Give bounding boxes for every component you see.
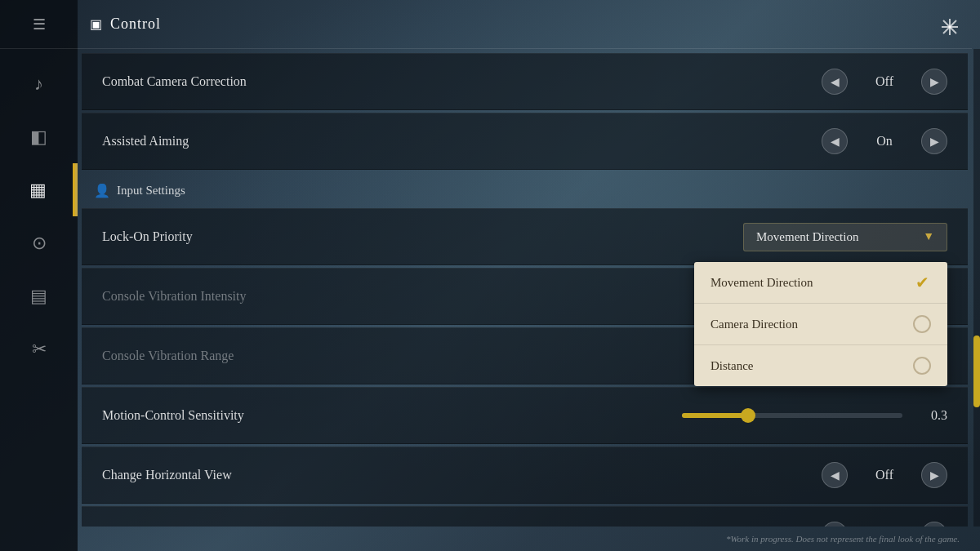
sidebar-item-display[interactable]: ▦ [0, 163, 78, 216]
assisted-aiming-value: On [860, 134, 909, 149]
page-title: Control [110, 16, 161, 33]
settings-list: Combat Camera Correction ◀ Off ▶ Assiste… [78, 49, 972, 527]
check-icon: ✔ [915, 273, 929, 292]
scrollbar-thumb[interactable] [973, 335, 980, 407]
sidebar: ☰ ♪ ◧ ▦ ⊙ ▤ ✂ [0, 0, 78, 551]
dropdown-arrow-icon: ▼ [923, 230, 934, 243]
chat-icon: ▤ [27, 284, 51, 309]
vertical-view-row: Change Vertical View ◀ Off ▶ [82, 506, 968, 527]
motion-control-value: 0.3 [915, 408, 947, 423]
input-settings-icon: 👤 [94, 183, 110, 198]
close-button[interactable] [935, 12, 964, 41]
sidebar-item-tools[interactable]: ✂ [0, 322, 78, 375]
sidebar-item-chat[interactable]: ▤ [0, 269, 78, 322]
footer: *Work in progress. Does not represent th… [78, 527, 972, 551]
dropdown-option-camera[interactable]: Camera Direction [694, 304, 947, 345]
sidebar-item-image[interactable]: ◧ [0, 110, 78, 163]
sidebar-item-music[interactable]: ♪ [0, 57, 78, 110]
sidebar-item-gamepad[interactable]: ⊙ [0, 216, 78, 269]
active-indicator [73, 163, 75, 216]
tools-icon: ✂ [27, 337, 51, 362]
lock-on-priority-row: Lock-On Priority Movement Direction ▼ Mo… [82, 208, 968, 265]
distance-radio [913, 357, 931, 375]
horizontal-view-control: ◀ Off ▶ [822, 462, 947, 488]
combat-camera-label: Combat Camera Correction [102, 74, 822, 89]
vertical-view-prev-btn[interactable]: ◀ [822, 522, 848, 527]
slider-thumb[interactable] [741, 408, 755, 423]
motion-control-slider-container: 0.3 [682, 408, 947, 423]
image-icon: ◧ [27, 125, 51, 149]
distance-option-label: Distance [710, 359, 753, 373]
sidebar-nav: ♪ ◧ ▦ ⊙ ▤ ✂ [0, 57, 78, 375]
footer-note-text: *Work in progress. Does not represent th… [726, 534, 960, 544]
lock-on-priority-value: Movement Direction [756, 230, 858, 244]
dropdown-option-distance[interactable]: Distance [694, 345, 947, 386]
assisted-aiming-label: Assisted Aiming [102, 134, 822, 149]
lock-on-priority-menu: Movement Direction ✔ Camera Direction Di… [694, 262, 947, 386]
close-icon [938, 16, 961, 38]
horizontal-view-prev-btn[interactable]: ◀ [822, 462, 848, 488]
assisted-aiming-row: Assisted Aiming ◀ On ▶ [82, 113, 968, 170]
input-settings-label: Input Settings [117, 184, 185, 198]
sidebar-header: ☰ [0, 0, 78, 49]
dropdown-option-movement[interactable]: Movement Direction ✔ [694, 262, 947, 304]
movement-direction-radio: ✔ [913, 273, 931, 291]
assisted-aiming-control: ◀ On ▶ [822, 128, 947, 154]
combat-camera-next-btn[interactable]: ▶ [921, 69, 947, 95]
music-icon: ♪ [27, 72, 51, 96]
header-icon: ▣ [90, 16, 102, 32]
horizontal-view-row: Change Horizontal View ◀ Off ▶ [82, 447, 968, 504]
gamepad-icon: ⊙ [27, 231, 51, 256]
display-icon: ▦ [25, 178, 50, 202]
motion-control-slider-track[interactable] [682, 413, 902, 418]
motion-control-label: Motion-Control Sensitivity [102, 408, 682, 423]
combat-camera-prev-btn[interactable]: ◀ [822, 69, 848, 95]
lock-on-priority-dropdown[interactable]: Movement Direction ▼ [743, 223, 947, 251]
combat-camera-value: Off [860, 74, 909, 89]
combat-camera-row: Combat Camera Correction ◀ Off ▶ [82, 53, 968, 110]
combat-camera-control: ◀ Off ▶ [822, 69, 947, 95]
horizontal-view-label: Change Horizontal View [102, 468, 822, 482]
scrollbar[interactable] [973, 49, 980, 527]
movement-direction-option-label: Movement Direction [710, 276, 813, 290]
input-settings-header: 👤 Input Settings [82, 174, 968, 207]
motion-control-sensitivity-row: Motion-Control Sensitivity 0.3 [82, 387, 968, 444]
assisted-aiming-prev-btn[interactable]: ◀ [822, 128, 848, 154]
vertical-view-control: ◀ Off ▶ [822, 522, 947, 527]
camera-direction-option-label: Camera Direction [710, 318, 798, 331]
assisted-aiming-next-btn[interactable]: ▶ [921, 128, 947, 154]
horizontal-view-value: Off [860, 468, 909, 482]
camera-direction-radio [913, 315, 931, 333]
horizontal-view-next-btn[interactable]: ▶ [921, 462, 947, 488]
vertical-view-next-btn[interactable]: ▶ [921, 522, 947, 527]
lock-on-priority-label: Lock-On Priority [102, 229, 743, 244]
page-header: ▣ Control [78, 0, 972, 49]
main-content: ▣ Control Combat Camera Correction ◀ Off… [78, 0, 972, 551]
slider-fill [682, 413, 748, 418]
